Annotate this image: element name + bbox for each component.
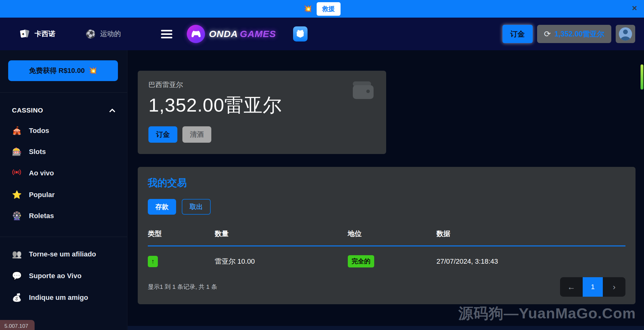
circus-tent-icon: 🎪 (12, 126, 21, 135)
wallet-currency-label: 巴西雷亚尔 (148, 80, 375, 90)
table-header-divider (148, 245, 625, 246)
affiliate-icon: 👥 (12, 250, 21, 259)
star-icon: ⭐ (12, 190, 21, 199)
row-amount: 雷亚尔 10.00 (215, 257, 348, 266)
collision-emoji-icon: 💥 (303, 5, 312, 13)
divider (0, 92, 127, 93)
sidebar-item-todos[interactable]: 🎪 Todos (0, 126, 127, 135)
watermark-text: 源码狗—YuanMaGo.Com (458, 304, 636, 323)
notice-bar: 💥 救援 × (0, 0, 644, 18)
wallet-card: 巴西雷亚尔 1,352.00雷亚尔 订金 清酒 (138, 71, 386, 154)
gift-button[interactable]: 🎁 (293, 26, 308, 41)
main-content: 巴西雷亚尔 1,352.00雷亚尔 订金 清酒 我的交易 存款 取出 类型 数量… (128, 50, 644, 330)
free-bonus-button[interactable]: 免费获得 R$10.00 💥 (8, 60, 118, 81)
sidebar-item-affiliate[interactable]: 👥 Torne-se um afiliado (0, 250, 127, 259)
logo-text: ONDAGAMES (209, 29, 276, 39)
header-balance: 1,352.00雷亚尔 (554, 29, 604, 39)
wallet-deposit-button[interactable]: 订金 (148, 126, 177, 143)
balance-pill[interactable]: ⟳ 1,352.00雷亚尔 (537, 25, 611, 43)
live-broadcast-icon (12, 168, 21, 178)
header-deposit-button[interactable]: 订金 (502, 25, 533, 43)
pagination-next-icon[interactable]: › (603, 277, 625, 297)
wallet-icon (353, 81, 374, 99)
hamburger-menu-icon[interactable] (161, 30, 172, 38)
scrollbar-thumb[interactable] (641, 64, 643, 90)
deposit-arrow-icon: ↑ (148, 256, 158, 267)
sidebar-item-popular[interactable]: ⭐ Popular (0, 190, 127, 199)
nav-casino-label: 卡西诺 (35, 29, 55, 39)
chat-bubbles-icon: 💬 (12, 271, 21, 280)
sidebar-item-ao-vivo[interactable]: Ao vivo (0, 168, 127, 178)
app-header: ♠ 卡西诺 ⚽ 运动的 🎮 ONDAGAMES 🎁 订金 ⟳ 1,352.00雷… (0, 18, 644, 50)
tab-withdrawals[interactable]: 取出 (182, 199, 211, 215)
nav-sports-label: 运动的 (100, 29, 121, 39)
sidebar-item-refer-friend[interactable]: 💰 Indique um amigo (0, 293, 127, 302)
col-header-amount: 数量 (215, 229, 348, 239)
header-right-controls: 订金 ⟳ 1,352.00雷亚尔 (502, 25, 635, 43)
wallet-balance: 1,352.00雷亚尔 (148, 93, 375, 118)
table-header-row: 类型 数量 地位 数据 (148, 229, 625, 239)
pagination: ← 1 › (560, 277, 625, 297)
divider (0, 237, 127, 237)
collision-emoji-icon: 💥 (88, 67, 97, 75)
roulette-wheel-icon: 🎡 (12, 211, 21, 220)
cassino-section-toggle[interactable]: CASSINO (12, 107, 114, 114)
sidebar-item-live-support[interactable]: 💬 Suporte ao Vivo (0, 271, 127, 280)
nav-item-casino[interactable]: ♠ 卡西诺 (19, 29, 55, 39)
playing-cards-icon: ♠ (19, 29, 30, 39)
bonus-label: 免费获得 R$10.00 (29, 66, 85, 75)
table-row: ↑ 雷亚尔 10.00 完全的 27/07/2024, 3:18:43 (148, 255, 625, 267)
chevron-up-icon (109, 108, 115, 115)
transactions-title: 我的交易 (148, 176, 625, 190)
sidebar: 免费获得 R$10.00 💥 CASSINO 🎪 Todos 🎰 Slots A… (0, 50, 127, 330)
corner-counter-badge: 5.007.107 (0, 320, 35, 330)
soccer-ball-icon: ⚽ (86, 29, 96, 39)
transactions-table: 类型 数量 地位 数据 ↑ 雷亚尔 10.00 完全的 27/07/2024, … (148, 229, 625, 267)
cassino-section-title: CASSINO (12, 107, 43, 114)
money-bag-icon: 💰 (12, 293, 21, 302)
refresh-icon[interactable]: ⟳ (544, 29, 551, 39)
gift-icon: 🎁 (296, 30, 304, 38)
rescue-button[interactable]: 救援 (317, 2, 341, 16)
sidebar-item-slots[interactable]: 🎰 Slots (0, 147, 127, 156)
tab-deposits[interactable]: 存款 (148, 199, 176, 215)
col-header-date: 数据 (436, 229, 625, 239)
records-summary: 显示1 到 1 条记录, 共 1 条 (148, 283, 217, 291)
onda-games-logo[interactable]: 🎮 ONDAGAMES (187, 25, 276, 43)
nav-item-sports[interactable]: ⚽ 运动的 (86, 29, 121, 39)
pagination-prev-icon[interactable]: ← (560, 277, 583, 297)
col-header-type: 类型 (148, 229, 215, 239)
transactions-section: 我的交易 存款 取出 类型 数量 地位 数据 ↑ 雷亚尔 10.00 完全的 2… (138, 167, 636, 304)
row-date: 27/07/2024, 3:18:43 (436, 257, 625, 266)
footer-strip (128, 326, 644, 330)
slot-machine-icon: 🎰 (12, 147, 21, 156)
wallet-withdraw-button[interactable]: 清酒 (182, 126, 211, 143)
sidebar-item-roletas[interactable]: 🎡 Roletas (0, 211, 127, 220)
col-header-status: 地位 (348, 229, 436, 239)
pagination-page-1[interactable]: 1 (583, 277, 603, 297)
avatar-icon (619, 27, 632, 41)
status-badge: 完全的 (348, 255, 374, 267)
gamepad-logo-icon: 🎮 (187, 25, 205, 43)
account-button[interactable] (616, 25, 635, 43)
close-icon[interactable]: × (632, 4, 637, 13)
